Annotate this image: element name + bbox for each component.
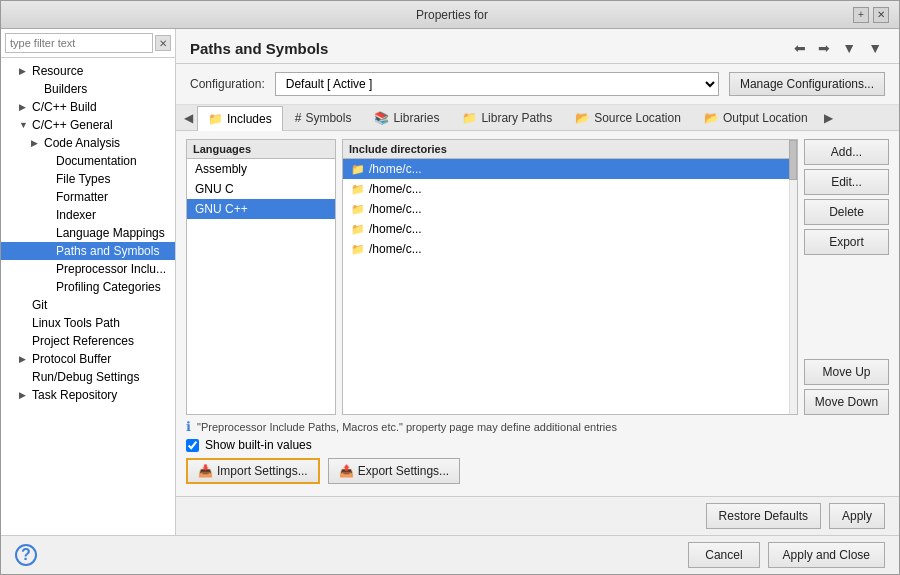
tab-output-location[interactable]: 📂 Output Location	[693, 105, 819, 130]
show-builtin-checkbox[interactable]	[186, 439, 199, 452]
include-dir-item[interactable]: 📁 /home/c...	[343, 159, 797, 179]
delete-button[interactable]: Delete	[804, 199, 889, 225]
tab-scroll-left-icon[interactable]: ◀	[180, 107, 197, 129]
move-up-button[interactable]: Move Up	[804, 359, 889, 385]
config-label: Configuration:	[190, 77, 265, 91]
sidebar-item-label: Protocol Buffer	[32, 352, 111, 366]
edit-button[interactable]: Edit...	[804, 169, 889, 195]
dir-path: /home/c...	[369, 182, 422, 196]
window-title: Properties for	[51, 8, 853, 22]
dir-path: /home/c...	[369, 162, 422, 176]
panel-header: Paths and Symbols ⬅ ➡ ▼ ▼	[176, 29, 899, 64]
nav-icons: ⬅ ➡ ▼ ▼	[791, 39, 885, 57]
sidebar-item-project-references[interactable]: Project References	[1, 332, 175, 350]
action-buttons: Add... Edit... Delete Export Move Up Mov…	[804, 139, 889, 415]
apply-and-close-button[interactable]: Apply and Close	[768, 542, 885, 568]
sidebar-item-paths-and-symbols[interactable]: Paths and Symbols	[1, 242, 175, 260]
sidebar-item-language-mappings[interactable]: Language Mappings	[1, 224, 175, 242]
tab-label: Libraries	[393, 111, 439, 125]
scrollbar-thumb[interactable]	[789, 140, 797, 180]
tab-label: Includes	[227, 112, 272, 126]
window-controls: + ✕	[853, 7, 889, 23]
bottom-action-bar: Restore Defaults Apply	[176, 496, 899, 535]
sidebar-item-label: Code Analysis	[44, 136, 120, 150]
sidebar-item-label: Task Repository	[32, 388, 117, 402]
sidebar-item-label: Paths and Symbols	[56, 244, 159, 258]
sidebar-item-documentation[interactable]: Documentation	[1, 152, 175, 170]
sidebar-item-resource[interactable]: ▶ Resource	[1, 62, 175, 80]
sidebar-item-profiling-categories[interactable]: Profiling Categories	[1, 278, 175, 296]
forward-icon[interactable]: ➡	[815, 39, 833, 57]
sidebar-item-builders[interactable]: Builders	[1, 80, 175, 98]
include-dirs-header: Include directories	[343, 140, 797, 159]
include-dir-item[interactable]: 📁 /home/c...	[343, 199, 797, 219]
manage-configurations-button[interactable]: Manage Configurations...	[729, 72, 885, 96]
sidebar-item-label: C/C++ General	[32, 118, 113, 132]
expand-arrow: ▶	[19, 66, 29, 76]
tab-source-location[interactable]: 📂 Source Location	[564, 105, 692, 130]
config-select[interactable]: Default [ Active ]	[275, 72, 719, 96]
page-title: Paths and Symbols	[190, 40, 328, 57]
back-icon[interactable]: ⬅	[791, 39, 809, 57]
sidebar-item-indexer[interactable]: Indexer	[1, 206, 175, 224]
export-button[interactable]: Export	[804, 229, 889, 255]
sidebar: ✕ ▶ Resource Builders ▶ C/C++ Build	[1, 29, 176, 535]
clear-filter-button[interactable]: ✕	[155, 35, 171, 51]
help-button[interactable]: ?	[15, 544, 37, 566]
info-row: ℹ "Preprocessor Include Paths, Macros et…	[186, 415, 889, 436]
tab-scroll-right-icon[interactable]: ▶	[820, 107, 837, 129]
tab-libraries[interactable]: 📚 Libraries	[363, 105, 450, 130]
tab-label: Source Location	[594, 111, 681, 125]
restore-defaults-button[interactable]: Restore Defaults	[706, 503, 821, 529]
add-icon[interactable]: +	[853, 7, 869, 23]
language-assembly[interactable]: Assembly	[187, 159, 335, 179]
sidebar-item-label: Language Mappings	[56, 226, 165, 240]
tab-icon: 📁	[208, 112, 223, 126]
sidebar-item-preprocessor-incl[interactable]: Preprocessor Inclu...	[1, 260, 175, 278]
scrollbar[interactable]	[789, 140, 797, 414]
tab-icon: 📂	[704, 111, 719, 125]
include-dir-item[interactable]: 📁 /home/c...	[343, 239, 797, 259]
tab-includes[interactable]: 📁 Includes	[197, 106, 283, 131]
export-settings-button[interactable]: 📤 Export Settings...	[328, 458, 460, 484]
sidebar-item-label: Preprocessor Inclu...	[56, 262, 166, 276]
import-settings-button[interactable]: 📥 Import Settings...	[186, 458, 320, 484]
main-window: Properties for + ✕ ✕ ▶ Resource B	[0, 0, 900, 575]
sidebar-item-label: Git	[32, 298, 47, 312]
move-down-button[interactable]: Move Down	[804, 389, 889, 415]
sidebar-item-run-debug[interactable]: Run/Debug Settings	[1, 368, 175, 386]
sidebar-item-label: Builders	[44, 82, 87, 96]
search-input[interactable]	[5, 33, 153, 53]
tab-library-paths[interactable]: 📁 Library Paths	[451, 105, 563, 130]
tab-symbols[interactable]: # Symbols	[284, 105, 363, 130]
tab-icon: 📂	[575, 111, 590, 125]
sidebar-item-file-types[interactable]: File Types	[1, 170, 175, 188]
cancel-button[interactable]: Cancel	[688, 542, 759, 568]
sidebar-item-linux-tools-path[interactable]: Linux Tools Path	[1, 314, 175, 332]
footer: ? Cancel Apply and Close	[1, 535, 899, 574]
more-icon[interactable]: ▼	[865, 39, 885, 57]
main-content: ✕ ▶ Resource Builders ▶ C/C++ Build	[1, 29, 899, 535]
include-dir-item[interactable]: 📁 /home/c...	[343, 219, 797, 239]
include-dir-item[interactable]: 📁 /home/c...	[343, 179, 797, 199]
info-message: "Preprocessor Include Paths, Macros etc.…	[197, 421, 617, 433]
languages-pane: Languages Assembly GNU C GNU C++	[186, 139, 336, 415]
apply-button[interactable]: Apply	[829, 503, 885, 529]
sidebar-item-cpp-general[interactable]: ▼ C/C++ General	[1, 116, 175, 134]
export-label: Export Settings...	[358, 464, 449, 478]
dropdown-arrow-icon[interactable]: ▼	[839, 39, 859, 57]
sidebar-item-git[interactable]: Git	[1, 296, 175, 314]
include-dirs-pane: Include directories 📁 /home/c... 📁 /home…	[342, 139, 798, 415]
import-icon: 📥	[198, 464, 213, 478]
sidebar-item-protocol-buffer[interactable]: ▶ Protocol Buffer	[1, 350, 175, 368]
sidebar-item-code-analysis[interactable]: ▶ Code Analysis	[1, 134, 175, 152]
close-icon[interactable]: ✕	[873, 7, 889, 23]
tab-icon: 📚	[374, 111, 389, 125]
language-gnu-c[interactable]: GNU C	[187, 179, 335, 199]
sidebar-item-formatter[interactable]: Formatter	[1, 188, 175, 206]
dir-path: /home/c...	[369, 242, 422, 256]
add-button[interactable]: Add...	[804, 139, 889, 165]
sidebar-item-cpp-build[interactable]: ▶ C/C++ Build	[1, 98, 175, 116]
language-gnu-cpp[interactable]: GNU C++	[187, 199, 335, 219]
sidebar-item-task-repository[interactable]: ▶ Task Repository	[1, 386, 175, 404]
